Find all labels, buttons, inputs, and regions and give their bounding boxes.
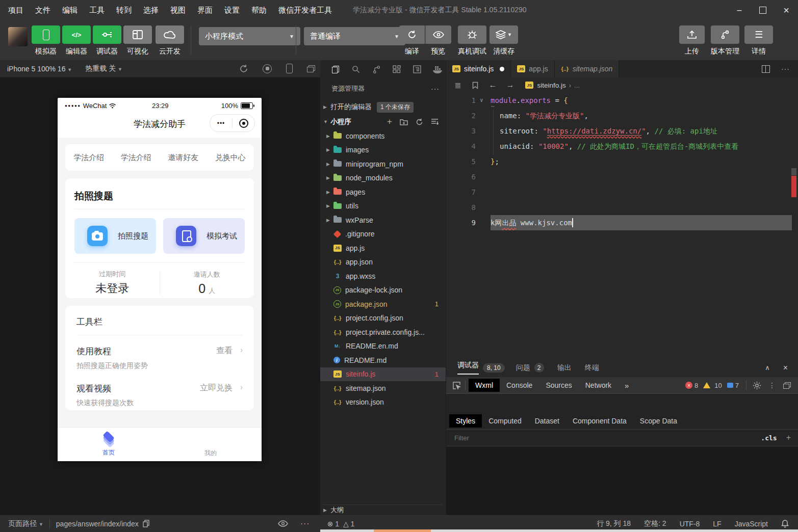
real-device-debug-button[interactable]: 真机调试	[458, 25, 486, 56]
kebab-menu-icon[interactable]: ⋮	[768, 381, 776, 389]
close-panel-icon[interactable]: ×	[783, 363, 788, 373]
bottom-scrollbar-thumb[interactable]	[374, 529, 431, 532]
tab-network[interactable]: Network	[579, 379, 618, 392]
menu-settings[interactable]: 设置	[224, 6, 240, 15]
detail-button[interactable]: ☰ 详情	[744, 25, 773, 56]
link-intro-1[interactable]: 学法介绍	[73, 153, 104, 163]
new-folder-icon[interactable]	[400, 119, 408, 125]
link-intro-2[interactable]: 学法介绍	[121, 153, 151, 163]
open-editors-section[interactable]: ▶ 打开的编辑器 1 个未保存	[323, 100, 443, 114]
tree-row-sitemap-json[interactable]: {..}sitemap.json	[320, 381, 446, 395]
device-dropdown[interactable]: iPhone 5 100% 16 ▼	[7, 65, 72, 73]
tab-scope-data[interactable]: Scope Data	[633, 414, 684, 428]
maximize-button[interactable]	[751, 0, 775, 20]
visual-toggle-button[interactable]: 可视化	[123, 25, 152, 56]
bookmark-icon[interactable]	[472, 82, 478, 89]
tab-computed[interactable]: Computed	[482, 414, 528, 428]
tab-styles[interactable]: Styles	[449, 414, 482, 428]
tree-row-package-json[interactable]: JSpackage.json1	[320, 297, 446, 311]
exit-target-icon[interactable]	[233, 119, 254, 128]
tab-mine[interactable]: 我的	[160, 431, 262, 458]
tree-row-project-private-config[interactable]: {..}project.private.config.js...	[320, 325, 446, 339]
tree-row-package-lock[interactable]: JSpackage-lock.json	[320, 283, 446, 298]
new-style-rule-icon[interactable]: +	[786, 433, 791, 442]
simulator-toggle-button[interactable]: 模拟器	[32, 25, 60, 56]
upload-button[interactable]: 上传	[679, 25, 705, 56]
link-exchange[interactable]: 兑换中心	[215, 153, 246, 163]
new-file-icon[interactable]: +	[387, 117, 392, 127]
gear-icon[interactable]	[753, 381, 761, 390]
refresh-icon[interactable]	[416, 118, 423, 126]
tree-row-miniprogram-npm[interactable]: ▶miniprogram_npm	[320, 157, 446, 171]
cloud-dev-button[interactable]: 云开发	[156, 25, 184, 56]
code-editor[interactable]: 1 2 3 4 5 6 7 8 9 ∨ ⋯ module.exports = {…	[446, 93, 798, 358]
menu-tools[interactable]: 工具	[89, 6, 105, 15]
avatar[interactable]	[8, 27, 28, 46]
tree-row-version-json[interactable]: {..}version.json	[320, 395, 446, 410]
photo-search-button[interactable]: 拍照搜题	[74, 218, 156, 254]
menu-edit[interactable]: 编辑	[62, 6, 78, 15]
indent-setting[interactable]: 空格: 2	[644, 519, 666, 528]
error-count[interactable]: 8	[694, 382, 698, 389]
tab-terminal[interactable]: 终端	[585, 363, 599, 373]
version-manage-button[interactable]: 版本管理	[711, 25, 739, 56]
link-invite[interactable]: 邀请好友	[168, 153, 198, 163]
more-actions-icon[interactable]: ···	[781, 65, 790, 73]
undock-icon[interactable]	[783, 382, 791, 389]
phone-frame-icon[interactable]	[286, 64, 293, 73]
eye-icon[interactable]	[278, 520, 288, 527]
more-actions-icon[interactable]: ···	[431, 85, 440, 93]
tab-dataset[interactable]: Dataset	[528, 414, 566, 428]
menu-help[interactable]: 帮助	[251, 6, 267, 15]
menu-select[interactable]: 选择	[143, 6, 159, 15]
fold-chevron-icon[interactable]: ∨	[480, 93, 483, 108]
project-section[interactable]: ▼ 小程序 +	[323, 115, 443, 129]
tab-sources[interactable]: Sources	[539, 379, 578, 392]
tab-console[interactable]: Console	[500, 379, 539, 392]
eol-setting[interactable]: LF	[713, 520, 721, 528]
page-path[interactable]: pages/answer/index/index	[56, 520, 139, 528]
tree-row-readme[interactable]: iREADME.md	[320, 353, 446, 367]
inspect-element-icon[interactable]	[452, 381, 461, 390]
more-actions-icon[interactable]: ···	[300, 519, 310, 528]
back-icon[interactable]: ←	[488, 81, 497, 90]
tree-row-components[interactable]: ▶components	[320, 129, 446, 143]
encoding-setting[interactable]: UTF-8	[680, 520, 700, 528]
menu-interface[interactable]: 界面	[197, 6, 213, 15]
source-control-icon[interactable]	[366, 61, 387, 78]
tree-row-node-modules[interactable]: ▶node_modules	[320, 171, 446, 185]
bell-icon[interactable]	[781, 520, 789, 528]
tree-row-gitignore[interactable]: .gitignore	[320, 227, 446, 242]
tab-output[interactable]: 输出	[557, 363, 572, 373]
outline-section[interactable]: ▶ 大纲	[323, 504, 443, 515]
menu-file[interactable]: 文件	[35, 6, 50, 15]
tree-row-utils[interactable]: ▶utils	[320, 199, 446, 214]
more-tabs-icon[interactable]: »	[618, 379, 635, 392]
hot-reload-dropdown[interactable]: 热重载 关 ▼	[85, 64, 122, 73]
docker-whale-icon[interactable]	[427, 61, 448, 78]
restart-icon[interactable]	[239, 64, 248, 73]
menu-project[interactable]: 项目	[8, 6, 23, 15]
menu-view[interactable]: 视图	[170, 6, 186, 15]
tree-row-project-config[interactable]: {..}project.config.json	[320, 311, 446, 326]
tree-row-app-wxss[interactable]: 3app.wxss	[320, 269, 446, 283]
language-mode[interactable]: JavaScript	[735, 520, 768, 528]
tree-row-readme-en[interactable]: M↓README.en.md	[320, 339, 446, 354]
tab-component-data[interactable]: Component Data	[566, 414, 633, 428]
compile-mode-dropdown[interactable]: 普通编译▼	[304, 27, 405, 45]
styles-filter-input[interactable]	[453, 434, 761, 442]
more-dots-icon[interactable]: •••	[210, 120, 232, 127]
minimize-button[interactable]: –	[728, 0, 751, 20]
tutorial-row[interactable]: 使用教程 查看 › 拍照搜题正确使用姿势	[65, 335, 254, 370]
preview-button[interactable]: 预览	[425, 25, 451, 56]
tree-row-images[interactable]: ▶images	[320, 143, 446, 157]
clear-cache-button[interactable]: ▼ 清缓存	[490, 25, 518, 56]
editor-toggle-button[interactable]: </> 编辑器	[62, 25, 91, 56]
collapse-all-icon[interactable]	[431, 119, 439, 125]
unsaved-dot-icon[interactable]	[500, 67, 504, 71]
files-icon[interactable]	[325, 61, 346, 78]
search-icon[interactable]	[346, 61, 366, 78]
multi-window-icon[interactable]	[307, 65, 315, 72]
outline-list-icon[interactable]: ≣	[454, 81, 461, 90]
mock-exam-button[interactable]: 模拟考试	[163, 218, 245, 254]
